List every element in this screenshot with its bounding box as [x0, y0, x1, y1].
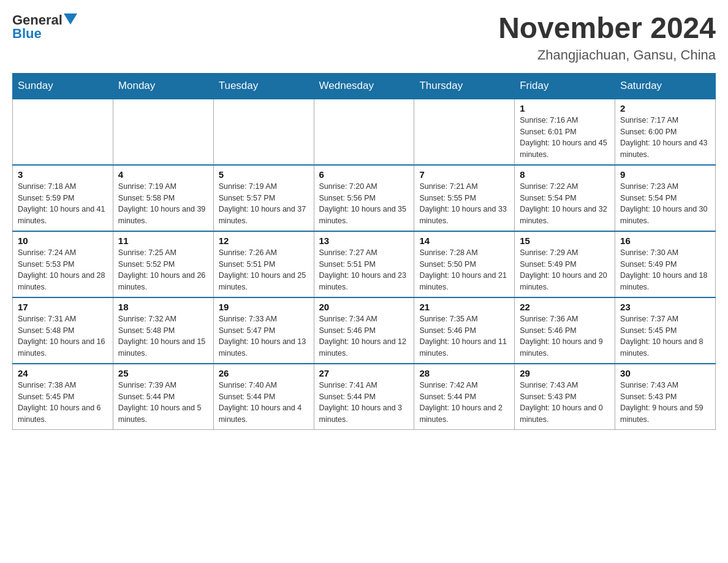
calendar-cell: 15Sunrise: 7:29 AMSunset: 5:49 PMDayligh… — [515, 231, 615, 297]
calendar-cell: 3Sunrise: 7:18 AMSunset: 5:59 PMDaylight… — [13, 165, 113, 231]
calendar-cell: 20Sunrise: 7:34 AMSunset: 5:46 PMDayligh… — [314, 297, 414, 364]
calendar-table: SundayMondayTuesdayWednesdayThursdayFrid… — [12, 73, 716, 430]
calendar-cell: 13Sunrise: 7:27 AMSunset: 5:51 PMDayligh… — [314, 231, 414, 297]
calendar-week-row: 1Sunrise: 7:16 AMSunset: 6:01 PMDaylight… — [13, 99, 716, 165]
calendar-cell: 24Sunrise: 7:38 AMSunset: 5:45 PMDayligh… — [13, 364, 113, 430]
logo-triangle-icon — [64, 13, 77, 25]
calendar-cell: 10Sunrise: 7:24 AMSunset: 5:53 PMDayligh… — [13, 231, 113, 297]
calendar-week-row: 17Sunrise: 7:31 AMSunset: 5:48 PMDayligh… — [13, 297, 716, 364]
calendar-cell: 4Sunrise: 7:19 AMSunset: 5:58 PMDaylight… — [113, 165, 213, 231]
day-number: 22 — [520, 302, 610, 312]
day-number: 3 — [18, 169, 108, 180]
weekday-header-thursday: Thursday — [414, 73, 515, 99]
calendar-cell: 11Sunrise: 7:25 AMSunset: 5:52 PMDayligh… — [113, 231, 213, 297]
calendar-cell: 30Sunrise: 7:43 AMSunset: 5:43 PMDayligh… — [615, 364, 716, 430]
day-number: 6 — [319, 169, 409, 180]
calendar-cell: 2Sunrise: 7:17 AMSunset: 6:00 PMDaylight… — [615, 99, 716, 165]
day-info: Sunrise: 7:18 AMSunset: 5:59 PMDaylight:… — [18, 181, 108, 227]
day-info: Sunrise: 7:24 AMSunset: 5:53 PMDaylight:… — [18, 247, 108, 293]
day-info: Sunrise: 7:38 AMSunset: 5:45 PMDaylight:… — [18, 380, 108, 426]
weekday-header-row: SundayMondayTuesdayWednesdayThursdayFrid… — [13, 73, 716, 99]
calendar-week-row: 3Sunrise: 7:18 AMSunset: 5:59 PMDaylight… — [13, 165, 716, 231]
day-number: 1 — [520, 103, 610, 113]
day-info: Sunrise: 7:31 AMSunset: 5:48 PMDaylight:… — [18, 313, 108, 359]
day-number: 7 — [419, 169, 509, 180]
day-number: 19 — [219, 302, 309, 312]
day-number: 16 — [620, 236, 710, 246]
title-block: November 2024 Zhangjiachuan, Gansu, Chin… — [498, 12, 716, 63]
weekday-header-monday: Monday — [113, 73, 213, 99]
day-info: Sunrise: 7:29 AMSunset: 5:49 PMDaylight:… — [520, 247, 610, 293]
logo: General Blue — [12, 12, 77, 42]
day-info: Sunrise: 7:34 AMSunset: 5:46 PMDaylight:… — [319, 313, 409, 359]
day-info: Sunrise: 7:39 AMSunset: 5:44 PMDaylight:… — [118, 380, 208, 426]
day-info: Sunrise: 7:41 AMSunset: 5:44 PMDaylight:… — [319, 380, 409, 426]
calendar-cell: 26Sunrise: 7:40 AMSunset: 5:44 PMDayligh… — [213, 364, 314, 430]
day-number: 11 — [118, 236, 208, 246]
calendar-cell: 5Sunrise: 7:19 AMSunset: 5:57 PMDaylight… — [213, 165, 314, 231]
day-number: 17 — [18, 302, 108, 312]
day-number: 15 — [520, 236, 610, 246]
weekday-header-sunday: Sunday — [13, 73, 113, 99]
day-number: 5 — [219, 169, 309, 180]
calendar-cell: 22Sunrise: 7:36 AMSunset: 5:46 PMDayligh… — [515, 297, 615, 364]
calendar-cell: 27Sunrise: 7:41 AMSunset: 5:44 PMDayligh… — [314, 364, 414, 430]
calendar-cell: 16Sunrise: 7:30 AMSunset: 5:49 PMDayligh… — [615, 231, 716, 297]
day-number: 30 — [620, 368, 710, 378]
day-number: 25 — [118, 368, 208, 378]
day-number: 10 — [18, 236, 108, 246]
calendar-cell: 28Sunrise: 7:42 AMSunset: 5:44 PMDayligh… — [414, 364, 515, 430]
day-info: Sunrise: 7:19 AMSunset: 5:57 PMDaylight:… — [219, 181, 309, 227]
calendar-cell: 8Sunrise: 7:22 AMSunset: 5:54 PMDaylight… — [515, 165, 615, 231]
day-number: 28 — [419, 368, 509, 378]
calendar-cell: 21Sunrise: 7:35 AMSunset: 5:46 PMDayligh… — [414, 297, 515, 364]
day-info: Sunrise: 7:20 AMSunset: 5:56 PMDaylight:… — [319, 181, 409, 227]
calendar-cell: 9Sunrise: 7:23 AMSunset: 5:54 PMDaylight… — [615, 165, 716, 231]
calendar-week-row: 24Sunrise: 7:38 AMSunset: 5:45 PMDayligh… — [13, 364, 716, 430]
day-info: Sunrise: 7:16 AMSunset: 6:01 PMDaylight:… — [520, 115, 610, 161]
day-number: 21 — [419, 302, 509, 312]
day-number: 12 — [219, 236, 309, 246]
calendar-cell — [213, 99, 314, 165]
day-info: Sunrise: 7:23 AMSunset: 5:54 PMDaylight:… — [620, 181, 710, 227]
day-number: 23 — [620, 302, 710, 312]
day-info: Sunrise: 7:42 AMSunset: 5:44 PMDaylight:… — [419, 380, 509, 426]
day-info: Sunrise: 7:35 AMSunset: 5:46 PMDaylight:… — [419, 313, 509, 359]
weekday-header-saturday: Saturday — [615, 73, 716, 99]
day-number: 2 — [620, 103, 710, 113]
calendar-cell — [113, 99, 213, 165]
calendar-cell: 29Sunrise: 7:43 AMSunset: 5:43 PMDayligh… — [515, 364, 615, 430]
day-number: 29 — [520, 368, 610, 378]
day-number: 24 — [18, 368, 108, 378]
calendar-cell: 23Sunrise: 7:37 AMSunset: 5:45 PMDayligh… — [615, 297, 716, 364]
month-title: November 2024 — [498, 12, 716, 45]
calendar-cell: 25Sunrise: 7:39 AMSunset: 5:44 PMDayligh… — [113, 364, 213, 430]
day-info: Sunrise: 7:43 AMSunset: 5:43 PMDaylight:… — [520, 380, 610, 426]
day-info: Sunrise: 7:21 AMSunset: 5:55 PMDaylight:… — [419, 181, 509, 227]
calendar-cell: 17Sunrise: 7:31 AMSunset: 5:48 PMDayligh… — [13, 297, 113, 364]
day-info: Sunrise: 7:37 AMSunset: 5:45 PMDaylight:… — [620, 313, 710, 359]
day-number: 13 — [319, 236, 409, 246]
day-info: Sunrise: 7:43 AMSunset: 5:43 PMDaylight:… — [620, 380, 710, 426]
day-info: Sunrise: 7:26 AMSunset: 5:51 PMDaylight:… — [219, 247, 309, 293]
svg-marker-0 — [64, 13, 77, 25]
calendar-cell: 1Sunrise: 7:16 AMSunset: 6:01 PMDaylight… — [515, 99, 615, 165]
logo-blue: Blue — [12, 26, 42, 42]
calendar-week-row: 10Sunrise: 7:24 AMSunset: 5:53 PMDayligh… — [13, 231, 716, 297]
day-info: Sunrise: 7:32 AMSunset: 5:48 PMDaylight:… — [118, 313, 208, 359]
day-info: Sunrise: 7:30 AMSunset: 5:49 PMDaylight:… — [620, 247, 710, 293]
day-info: Sunrise: 7:25 AMSunset: 5:52 PMDaylight:… — [118, 247, 208, 293]
day-info: Sunrise: 7:27 AMSunset: 5:51 PMDaylight:… — [319, 247, 409, 293]
day-number: 27 — [319, 368, 409, 378]
day-number: 26 — [219, 368, 309, 378]
day-number: 18 — [118, 302, 208, 312]
weekday-header-friday: Friday — [515, 73, 615, 99]
day-info: Sunrise: 7:28 AMSunset: 5:50 PMDaylight:… — [419, 247, 509, 293]
calendar-cell — [314, 99, 414, 165]
day-info: Sunrise: 7:19 AMSunset: 5:58 PMDaylight:… — [118, 181, 208, 227]
day-number: 4 — [118, 169, 208, 180]
day-info: Sunrise: 7:33 AMSunset: 5:47 PMDaylight:… — [219, 313, 309, 359]
calendar-cell: 14Sunrise: 7:28 AMSunset: 5:50 PMDayligh… — [414, 231, 515, 297]
weekday-header-wednesday: Wednesday — [314, 73, 414, 99]
calendar-cell — [13, 99, 113, 165]
